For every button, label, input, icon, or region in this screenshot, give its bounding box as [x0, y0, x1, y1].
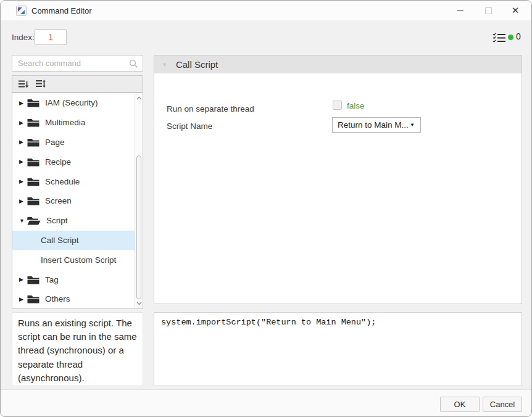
tree-item-call-script[interactable]: Call Script: [12, 231, 135, 250]
minimize-icon: [457, 10, 463, 11]
tree-item-page[interactable]: ▶ Page: [12, 133, 135, 152]
tree-item-screen[interactable]: ▶ Screen: [12, 191, 135, 211]
command-list-icon[interactable]: [493, 33, 505, 46]
command-tree: ▶ IAM (Security) ▶ Multimedia ▶ Page: [12, 93, 143, 309]
folder-icon: [27, 138, 39, 147]
chevron-right-icon[interactable]: ▶: [19, 296, 27, 302]
scroll-up-icon[interactable]: [135, 94, 143, 102]
folder-open-icon: [27, 216, 41, 225]
chevron-right-icon[interactable]: ▶: [19, 139, 27, 145]
tree-item-schedule[interactable]: ▶ Schedule: [12, 171, 135, 191]
scrollbar-thumb[interactable]: [136, 155, 141, 299]
collapse-all-icon[interactable]: [17, 78, 30, 89]
tree-item-label: Page: [45, 138, 65, 147]
ok-button[interactable]: OK: [440, 397, 480, 412]
tree-item-label: Script: [46, 216, 68, 225]
cancel-button[interactable]: Cancel: [483, 397, 522, 412]
tree-item-others[interactable]: ▶ Others: [12, 289, 135, 309]
tree-item-iam-security[interactable]: ▶ IAM (Security): [12, 93, 135, 113]
tree-item-label: Multimedia: [45, 118, 85, 127]
command-description: Runs an existing script. The script can …: [12, 312, 143, 386]
search-icon: [129, 59, 138, 71]
minimize-button[interactable]: [446, 1, 473, 20]
run-on-separate-thread-label: Run on separate thread: [167, 104, 254, 114]
collapse-panel-icon[interactable]: ▼: [162, 62, 167, 68]
folder-icon: [27, 275, 39, 284]
tree-item-script[interactable]: ▼ Script: [12, 211, 135, 231]
script-name-label: Script Name: [167, 122, 212, 131]
chevron-right-icon[interactable]: ▶: [19, 198, 27, 204]
tree-item-label: Schedule: [45, 177, 80, 186]
chevron-right-icon[interactable]: ▶: [19, 159, 27, 165]
folder-icon: [27, 294, 39, 303]
maximize-icon: [485, 7, 492, 14]
tree-item-label: Recipe: [45, 157, 71, 167]
run-on-separate-thread-value: false: [347, 101, 365, 110]
index-label: Index:: [12, 33, 35, 42]
index-input[interactable]: [35, 29, 67, 45]
script-name-dropdown[interactable]: Return to Main M... ▼: [332, 117, 421, 133]
close-icon: ✕: [512, 5, 520, 16]
folder-icon: [27, 177, 39, 186]
maximize-button[interactable]: [475, 1, 502, 20]
tree-item-label: IAM (Security): [45, 98, 98, 107]
window-title: Command Editor: [31, 6, 92, 15]
title-bar[interactable]: Command Editor ✕: [1, 1, 531, 20]
tree-item-multimedia[interactable]: ▶ Multimedia: [12, 113, 135, 133]
tree-item-tag[interactable]: ▶ Tag: [12, 270, 135, 289]
call-script-panel: ▼ Call Script Run on separate thread fal…: [154, 55, 522, 304]
app-icon: [16, 6, 27, 16]
tree-item-recipe[interactable]: ▶ Recipe: [12, 152, 135, 171]
expand-all-icon[interactable]: [35, 78, 47, 89]
command-count: 0: [516, 31, 521, 41]
dropdown-arrow-icon: ▼: [410, 122, 415, 128]
folder-icon: [27, 118, 39, 127]
folder-icon: [27, 98, 39, 107]
footer-bar: OK Cancel: [1, 389, 531, 416]
folder-icon: [27, 157, 39, 167]
tree-item-label: Screen: [45, 196, 72, 205]
chevron-right-icon[interactable]: ▶: [19, 100, 27, 106]
tree-item-label: Others: [45, 294, 70, 303]
panel-header[interactable]: ▼ Call Script: [154, 56, 522, 73]
chevron-right-icon[interactable]: ▶: [19, 276, 27, 283]
dropdown-selected-value: Return to Main M...: [338, 120, 410, 130]
scroll-down-icon[interactable]: [135, 299, 143, 308]
tree-toolbar: [12, 75, 143, 93]
close-button[interactable]: ✕: [502, 1, 529, 20]
search-input[interactable]: [12, 56, 143, 71]
folder-icon: [27, 196, 39, 205]
tree-scrollbar[interactable]: [135, 93, 143, 308]
script-code-preview[interactable]: system.importScript("Return to Main Menu…: [154, 312, 522, 386]
tree-item-insert-custom-script[interactable]: Insert Custom Script: [12, 250, 135, 270]
command-editor-window: Command Editor ✕ Index: 0: [0, 0, 532, 417]
run-on-separate-thread-checkbox[interactable]: [333, 101, 342, 110]
tree-item-label: Call Script: [12, 236, 79, 245]
search-box: [12, 55, 143, 72]
tree-item-label: Tag: [45, 275, 59, 284]
panel-title: Call Script: [176, 59, 218, 70]
chevron-down-icon[interactable]: ▼: [19, 218, 27, 224]
tree-item-label: Insert Custom Script: [12, 255, 116, 265]
status-dot: [508, 35, 513, 40]
chevron-right-icon[interactable]: ▶: [19, 178, 27, 184]
chevron-right-icon[interactable]: ▶: [19, 120, 27, 126]
